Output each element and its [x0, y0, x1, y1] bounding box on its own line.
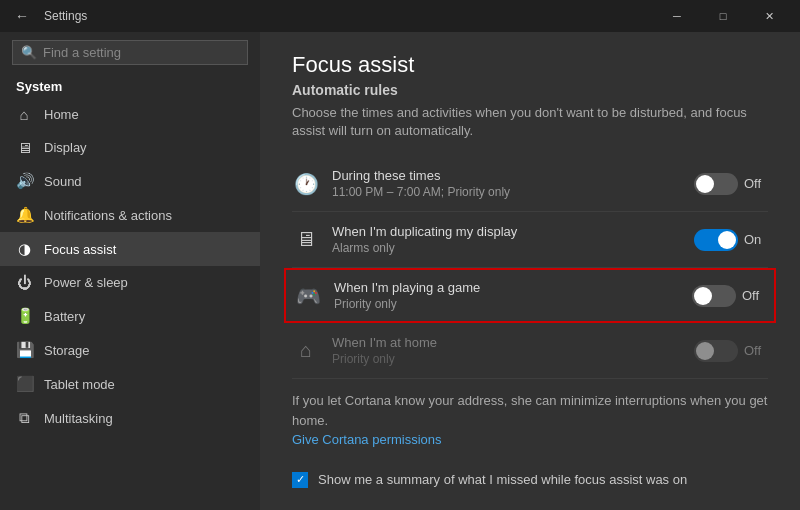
sidebar-item-home[interactable]: ⌂ Home [0, 98, 260, 131]
toggle-duplicating-label: On [744, 232, 768, 247]
storage-icon: 💾 [16, 341, 32, 359]
section-heading: Automatic rules [292, 82, 768, 98]
home-icon: ⌂ [16, 106, 32, 123]
home-rule-icon: ⌂ [292, 339, 320, 362]
clock-icon: 🕐 [292, 172, 320, 196]
rule-during-times-text: During these times 11:00 PM – 7:00 AM; P… [332, 168, 682, 199]
toggle-game[interactable] [692, 285, 736, 307]
checkbox-summary-row[interactable]: ✓ Show me a summary of what I missed whi… [292, 462, 768, 498]
toggle-duplicating-thumb [718, 231, 736, 249]
sidebar-item-tablet[interactable]: ⬛ Tablet mode [0, 367, 260, 401]
search-icon: 🔍 [21, 45, 37, 60]
rule-game-text: When I'm playing a game Priority only [334, 280, 680, 311]
checkbox-summary-label: Show me a summary of what I missed while… [318, 472, 687, 487]
app-body: 🔍 System ⌂ Home 🖥 Display 🔊 Sound 🔔 Noti… [0, 32, 800, 510]
maximize-button[interactable]: □ [700, 0, 746, 32]
titlebar: ← Settings ─ □ ✕ [0, 0, 800, 32]
toggle-during-times-label: Off [744, 176, 768, 191]
gamepad-icon: 🎮 [294, 284, 322, 308]
rule-game-title: When I'm playing a game [334, 280, 680, 295]
focus-icon: ◑ [16, 240, 32, 258]
sidebar-item-label-multitasking: Multitasking [44, 411, 113, 426]
rule-during-times-title: During these times [332, 168, 682, 183]
toggle-home-container: Off [694, 340, 768, 362]
power-icon: ⏻ [16, 274, 32, 291]
sidebar-item-multitasking[interactable]: ⧉ Multitasking [0, 401, 260, 435]
page-title: Focus assist [292, 52, 768, 78]
sound-icon: 🔊 [16, 172, 32, 190]
toggle-game-container: Off [692, 285, 766, 307]
toggle-home-thumb [696, 342, 714, 360]
rule-duplicating[interactable]: 🖥 When I'm duplicating my display Alarms… [292, 212, 768, 268]
rule-home-text: When I'm at home Priority only [332, 335, 682, 366]
toggle-home-label: Off [744, 343, 768, 358]
rule-duplicating-title: When I'm duplicating my display [332, 224, 682, 239]
minimize-button[interactable]: ─ [654, 0, 700, 32]
toggle-during-times[interactable] [694, 173, 738, 195]
cortana-link[interactable]: Give Cortana permissions [292, 432, 442, 447]
cortana-section: If you let Cortana know your address, sh… [292, 379, 768, 462]
toggle-during-times-thumb [696, 175, 714, 193]
rule-home[interactable]: ⌂ When I'm at home Priority only Off [292, 323, 768, 379]
sidebar-item-notifications[interactable]: 🔔 Notifications & actions [0, 198, 260, 232]
cortana-text: If you let Cortana know your address, sh… [292, 393, 767, 428]
rule-game-subtitle: Priority only [334, 297, 680, 311]
monitor-icon: 🖥 [292, 228, 320, 251]
rule-during-times[interactable]: 🕐 During these times 11:00 PM – 7:00 AM;… [292, 156, 768, 212]
titlebar-left: ← Settings [8, 2, 87, 30]
sidebar-item-label-display: Display [44, 140, 87, 155]
sidebar-item-label-storage: Storage [44, 343, 90, 358]
rule-duplicating-subtitle: Alarms only [332, 241, 682, 255]
battery-icon: 🔋 [16, 307, 32, 325]
checkmark-icon: ✓ [296, 473, 305, 486]
checkbox-summary[interactable]: ✓ [292, 472, 308, 488]
search-box[interactable]: 🔍 [12, 40, 248, 65]
sidebar-item-sound[interactable]: 🔊 Sound [0, 164, 260, 198]
tablet-icon: ⬛ [16, 375, 32, 393]
titlebar-title: Settings [44, 9, 87, 23]
titlebar-right: ─ □ ✕ [654, 0, 792, 32]
close-button[interactable]: ✕ [746, 0, 792, 32]
sidebar-item-label-notifications: Notifications & actions [44, 208, 172, 223]
toggle-home[interactable] [694, 340, 738, 362]
toggle-duplicating[interactable] [694, 229, 738, 251]
sidebar-item-label-focus: Focus assist [44, 242, 116, 257]
toggle-duplicating-container: On [694, 229, 768, 251]
sidebar-item-power[interactable]: ⏻ Power & sleep [0, 266, 260, 299]
sidebar-item-label-power: Power & sleep [44, 275, 128, 290]
toggle-during-times-container: Off [694, 173, 768, 195]
sidebar-item-label-sound: Sound [44, 174, 82, 189]
sidebar-item-focus[interactable]: ◑ Focus assist [0, 232, 260, 266]
back-button[interactable]: ← [8, 2, 36, 30]
sidebar: 🔍 System ⌂ Home 🖥 Display 🔊 Sound 🔔 Noti… [0, 32, 260, 510]
toggle-game-label: Off [742, 288, 766, 303]
section-description: Choose the times and activities when you… [292, 104, 768, 140]
toggle-game-thumb [694, 287, 712, 305]
rule-home-title: When I'm at home [332, 335, 682, 350]
display-icon: 🖥 [16, 139, 32, 156]
rule-home-subtitle: Priority only [332, 352, 682, 366]
main-panel: Focus assist Automatic rules Choose the … [260, 32, 800, 510]
rule-game[interactable]: 🎮 When I'm playing a game Priority only … [284, 268, 776, 323]
search-input[interactable] [43, 45, 239, 60]
rule-duplicating-text: When I'm duplicating my display Alarms o… [332, 224, 682, 255]
sidebar-item-display[interactable]: 🖥 Display [0, 131, 260, 164]
sidebar-item-label-home: Home [44, 107, 79, 122]
sidebar-item-label-battery: Battery [44, 309, 85, 324]
sidebar-item-battery[interactable]: 🔋 Battery [0, 299, 260, 333]
sidebar-item-label-tablet: Tablet mode [44, 377, 115, 392]
rule-during-times-subtitle: 11:00 PM – 7:00 AM; Priority only [332, 185, 682, 199]
sidebar-section-system: System [0, 73, 260, 98]
notifications-icon: 🔔 [16, 206, 32, 224]
sidebar-item-storage[interactable]: 💾 Storage [0, 333, 260, 367]
multitasking-icon: ⧉ [16, 409, 32, 427]
